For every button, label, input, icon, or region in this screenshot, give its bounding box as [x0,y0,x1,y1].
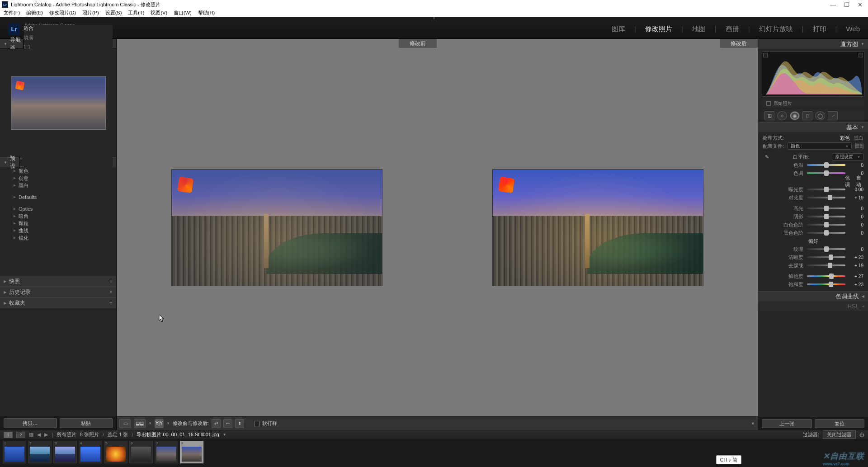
prev-photo-icon[interactable]: ◀ [37,432,41,438]
tonecurve-header[interactable]: 色调曲线◀ [758,291,868,301]
texture-slider[interactable] [807,248,845,250]
redeye-tool[interactable]: ◉ [790,111,800,120]
whites-slider[interactable] [807,224,845,226]
menu-edit[interactable]: 编辑(E) [24,9,45,16]
navigator-preview[interactable] [0,49,116,157]
preset-grain[interactable]: ▶颗粒 [0,220,116,227]
menu-develop[interactable]: 修改照片(D) [47,9,78,16]
radial-tool[interactable]: ◯ [815,111,825,120]
collection-add-icon[interactable]: + [109,300,113,306]
menu-help[interactable]: 帮助(H) [196,9,217,16]
swap-button[interactable]: ⇄ [212,419,221,428]
module-slideshow[interactable]: 幻灯片放映 [759,25,793,33]
history-header[interactable]: ▶历史记录× [0,287,116,297]
compare-lr-button[interactable]: ⬓⬓ [134,419,146,428]
dehaze-slider[interactable] [807,264,845,266]
hsl-header[interactable]: HSL◀ [758,301,868,311]
close-button[interactable]: ✕ [858,1,863,8]
tint-slider[interactable] [807,172,845,174]
grid-icon[interactable]: ▦ [29,432,33,438]
copy-button[interactable]: 拷贝… [4,418,57,428]
heal-tool[interactable]: ○ [777,111,787,120]
treatment-bw[interactable]: 黑白 [854,135,863,142]
menu-tools[interactable]: 工具(T) [126,9,146,16]
zoom-1-1[interactable]: 1:1 [24,44,113,49]
exposure-slider[interactable] [807,189,845,190]
preset-bw[interactable]: ▶黑白 [0,182,116,189]
clarity-slider[interactable] [807,256,845,258]
film-thumb-1[interactable]: 1 [3,441,26,463]
copy-right-button[interactable]: ⬍ [235,419,244,428]
histogram[interactable] [762,52,864,97]
menu-view[interactable]: 视图(V) [149,9,169,16]
profile-dropdown[interactable]: 颜色 :▼ [788,142,852,150]
temp-slider[interactable] [807,164,845,166]
presets-add-icon[interactable]: + [19,156,113,161]
navigator-header[interactable]: ▼ 导航器 适合 填满 1:1 1:2 ▼ [0,39,116,49]
film-thumb-5[interactable]: 5 [104,441,127,463]
preset-defaults[interactable]: ▶Defaults [0,193,116,201]
toolbar-menu-icon[interactable]: ▼ [751,421,755,426]
preset-optics[interactable]: ▶Optics [0,205,116,212]
film-thumb-2[interactable]: 2 [28,441,52,463]
histogram-header[interactable]: 直方图▼ [758,39,868,49]
filename-menu-icon[interactable]: ▼ [223,433,226,437]
blacks-slider[interactable] [807,232,845,234]
module-web[interactable]: Web [846,25,860,33]
menu-photo[interactable]: 照片(P) [80,9,101,16]
secondary-display-1[interactable]: 1 [4,432,13,438]
menu-window[interactable]: 窗口(W) [172,9,193,16]
next-photo-icon[interactable]: ▶ [44,432,48,438]
previous-button[interactable]: 上一张 [762,419,812,428]
contrast-slider[interactable] [807,197,845,198]
before-pane[interactable]: 修改前 [117,39,437,416]
saturation-slider[interactable] [807,283,845,285]
preset-curves[interactable]: ▶曲线 [0,227,116,234]
profile-browser-icon[interactable] [855,143,863,149]
maximize-button[interactable]: ☐ [844,1,849,8]
yy-toggle-button[interactable]: Y|Y [155,419,164,428]
softproof-checkbox[interactable] [254,421,259,426]
module-book[interactable]: 画册 [726,25,739,33]
breadcrumb-all[interactable]: 所有照片 [57,431,76,438]
snapshot-add-icon[interactable]: + [109,278,113,284]
menu-file[interactable]: 文件(F) [2,9,22,16]
secondary-display-2[interactable]: 2 [16,432,25,438]
crop-tool[interactable]: ⊞ [764,111,774,120]
film-thumb-8[interactable]: 8 [180,441,203,463]
zoom-fit[interactable]: 适合 [24,25,113,32]
loupe-view-button[interactable]: ▭ [119,419,131,428]
preset-vignette[interactable]: ▶暗角 [0,212,116,220]
filter-off-button[interactable]: 关闭过滤器 [823,430,856,439]
paste-button[interactable]: 粘贴 [60,418,113,428]
film-thumb-7[interactable]: 7 [155,441,178,463]
module-develop[interactable]: 修改照片 [645,25,672,33]
menu-settings[interactable]: 设置(S) [104,9,124,16]
brush-tool[interactable]: ⟋ [828,111,838,120]
basic-header[interactable]: 基本▼ [758,122,868,132]
reset-button[interactable]: 复位 [815,419,865,428]
wb-picker-icon[interactable]: ✎ [763,153,771,161]
preset-sharpen[interactable]: ▶锐化 [0,234,116,241]
module-library[interactable]: 图库 [612,25,625,33]
zoom-fill[interactable]: 填满 [24,34,113,41]
vibrance-slider[interactable] [807,275,845,277]
preset-creative[interactable]: ▶创意 [0,175,116,182]
original-photo-row[interactable]: 原始照片 [762,99,864,108]
copy-left-button[interactable]: ⤺ [223,419,232,428]
presets-header[interactable]: ▼ 预设 +⋯ [0,157,116,167]
film-thumb-6[interactable]: 6 [129,441,153,463]
module-print[interactable]: 打印 [813,25,826,33]
treatment-color[interactable]: 彩色 [840,135,850,142]
minimize-button[interactable]: — [830,1,836,8]
snapshots-header[interactable]: ▶快照+ [0,276,116,287]
shadows-slider[interactable] [807,216,845,217]
grad-tool[interactable]: ▯ [802,111,812,120]
module-map[interactable]: 地图 [692,25,706,33]
filter-lock-icon[interactable]: ⏻ [859,432,864,438]
film-thumb-4[interactable]: 4 [79,441,102,463]
highlights-slider[interactable] [807,208,845,209]
film-thumb-3[interactable]: 3 [53,441,77,463]
compare-menu-icon[interactable]: ▼ [148,421,152,425]
wb-dropdown[interactable]: 原照设置▼ [832,153,863,160]
